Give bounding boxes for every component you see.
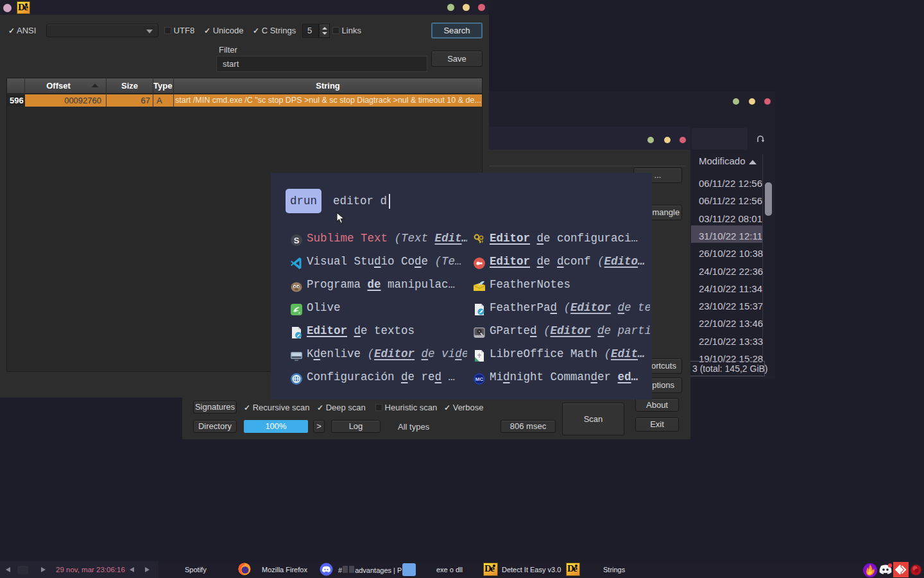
svg-text:MC: MC (475, 376, 484, 382)
svg-text:S: S (294, 236, 300, 245)
svg-text:z: z (298, 311, 300, 315)
